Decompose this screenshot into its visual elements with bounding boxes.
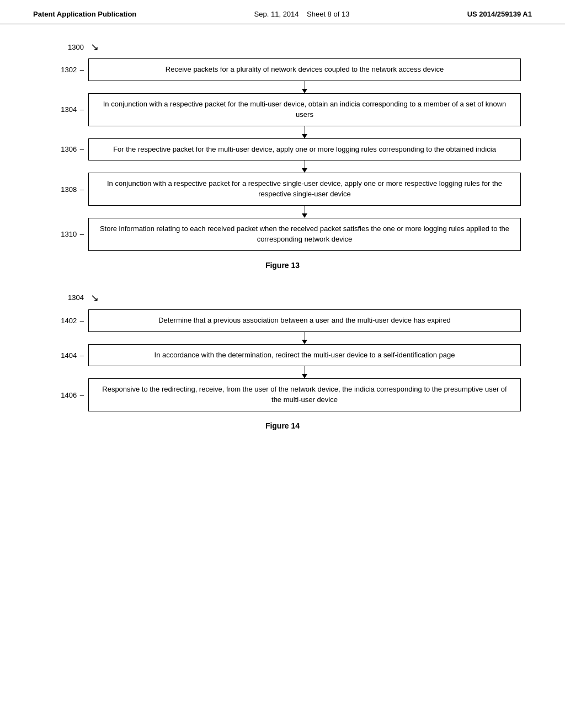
header-date-sheet: Sep. 11, 2014 Sheet 8 of 13: [254, 10, 350, 18]
step-box-1402: Determine that a previous association be…: [88, 309, 521, 332]
figure14-start-label: 1304: [44, 293, 88, 302]
flow-row-1306: 1306 – For the respective packet for the…: [44, 138, 521, 161]
header-title: Patent Application Publication: [33, 10, 136, 18]
figure13-start-label: 1300: [44, 43, 88, 51]
figure13-caption: Figure 13: [44, 261, 521, 270]
step-label-1302: 1302 –: [44, 66, 88, 74]
step-box-1406: Responsive to the redirecting, receive, …: [88, 378, 521, 411]
step-box-1302: Receive packets for a plurality of netwo…: [88, 58, 521, 81]
flow-row-1302: 1302 – Receive packets for a plurality o…: [44, 58, 521, 81]
step-label-1402: 1402 –: [44, 317, 88, 325]
flow-row-1304: 1304 – In conjunction with a respective …: [44, 93, 521, 126]
step-label-1306: 1306 –: [44, 145, 88, 153]
page-content: 1300 ↘ 1302 – Receive packets for a plur…: [0, 24, 565, 469]
step-box-1404: In accordance with the determination, re…: [88, 344, 521, 367]
arrow-1304-1306: [44, 126, 521, 138]
figure14-caption: Figure 14: [44, 421, 521, 430]
figure13-flowchart: 1302 – Receive packets for a plurality o…: [44, 58, 521, 251]
figure14-flowchart: 1402 – Determine that a previous associa…: [44, 309, 521, 411]
figure14-start-node: 1304 ↘: [44, 292, 521, 304]
flow-row-1308: 1308 – In conjunction with a respective …: [44, 173, 521, 206]
figure13-start-node: 1300 ↘: [44, 41, 521, 53]
figure-13-section: 1300 ↘ 1302 – Receive packets for a plur…: [44, 41, 521, 270]
header-sheet: Sheet 8 of 13: [307, 10, 349, 18]
flow-row-1310: 1310 – Store information relating to eac…: [44, 218, 521, 251]
step-box-1306: For the respective packet for the multi-…: [88, 138, 521, 161]
arrow-1308-1310: [44, 206, 521, 218]
arrow-1402-1404: [44, 332, 521, 344]
header-date: Sep. 11, 2014: [254, 10, 299, 18]
step-box-1308: In conjunction with a respective packet …: [88, 173, 521, 206]
figure13-start-arrow: ↘: [90, 41, 99, 53]
step-label-1404: 1404 –: [44, 351, 88, 360]
step-label-1406: 1406 –: [44, 391, 88, 399]
step-label-1308: 1308 –: [44, 185, 88, 194]
arrow-1306-1308: [44, 160, 521, 173]
flow-row-1404: 1404 – In accordance with the determinat…: [44, 344, 521, 367]
flow-row-1406: 1406 – Responsive to the redirecting, re…: [44, 378, 521, 411]
figure-14-section: 1304 ↘ 1402 – Determine that a previous …: [44, 292, 521, 430]
step-box-1310: Store information relating to each recei…: [88, 218, 521, 251]
figure14-start-arrow: ↘: [90, 292, 99, 304]
arrow-1302-1304: [44, 81, 521, 93]
patent-page: Patent Application Publication Sep. 11, …: [0, 0, 565, 728]
page-header: Patent Application Publication Sep. 11, …: [0, 0, 565, 24]
header-patent-number: US 2014/259139 A1: [467, 10, 532, 18]
flow-row-1402: 1402 – Determine that a previous associa…: [44, 309, 521, 332]
step-box-1304: In conjunction with a respective packet …: [88, 93, 521, 126]
step-label-1304: 1304 –: [44, 105, 88, 114]
arrow-1404-1406: [44, 366, 521, 378]
step-label-1310: 1310 –: [44, 230, 88, 238]
